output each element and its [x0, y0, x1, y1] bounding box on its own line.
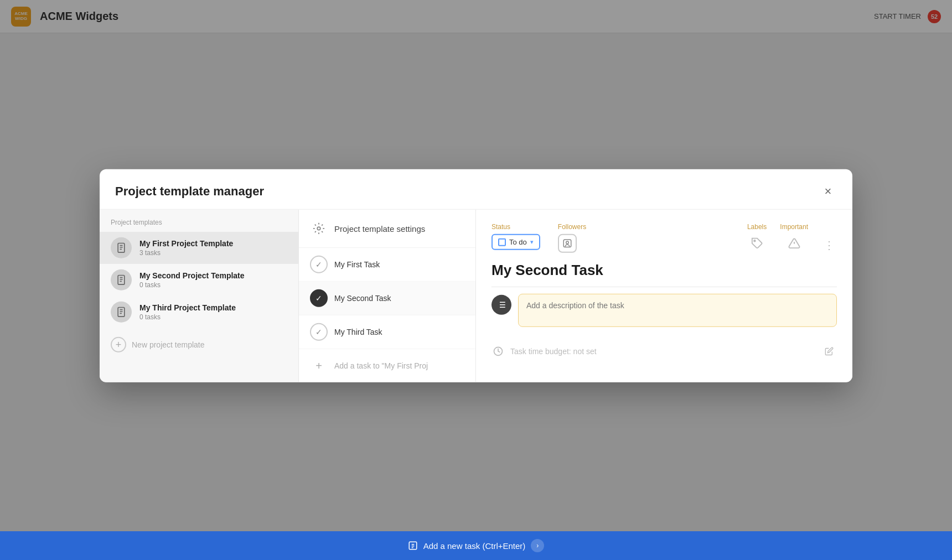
time-budget-label: Task time budget: not set [510, 347, 597, 356]
status-button[interactable]: To do ▾ [491, 234, 540, 250]
labels-label: Labels [747, 223, 767, 231]
status-square-icon [498, 238, 506, 246]
important-group: Important [780, 223, 808, 253]
important-label: Important [780, 223, 808, 231]
task-checkbox-2[interactable] [310, 289, 328, 307]
task-row-1[interactable]: My First Task [299, 248, 475, 282]
settings-label: Project template settings [334, 224, 425, 233]
detail-meta-row: Status To do ▾ Followers [491, 223, 837, 253]
task-checkbox-3[interactable] [310, 323, 328, 341]
labels-icon[interactable] [748, 234, 767, 253]
template-name-2: My Second Project Template [139, 271, 245, 280]
detail-column: Status To do ▾ Followers [476, 210, 852, 382]
status-group: Status To do ▾ [491, 223, 540, 250]
add-task-bar-icon [408, 541, 418, 551]
task-name-3: My Third Task [334, 328, 382, 336]
modal: Project template manager × Project templ… [100, 169, 852, 382]
task-checkbox-1[interactable] [310, 256, 328, 273]
template-item[interactable]: My First Project Template 3 tasks [100, 232, 298, 264]
status-value: To do [509, 238, 527, 246]
section-title: Project templates [100, 219, 298, 232]
status-label: Status [491, 223, 540, 231]
template-item-3[interactable]: My Third Project Template 0 tasks [100, 296, 298, 328]
chevron-right-icon: › [531, 539, 544, 552]
svg-point-12 [317, 227, 320, 230]
add-task-plus-icon: + [310, 357, 328, 375]
svg-point-15 [754, 240, 756, 242]
meta-right: Labels Important [747, 223, 837, 253]
important-icon[interactable] [785, 234, 804, 253]
template-name-1: My First Project Template [139, 239, 233, 248]
description-area [491, 294, 837, 327]
status-dropdown-icon: ▾ [530, 238, 534, 246]
task-row-2[interactable]: My Second Task [299, 282, 475, 315]
modal-title: Project template manager [115, 184, 264, 199]
new-template-label: New project template [132, 340, 205, 349]
template-count-3: 0 tasks [139, 313, 236, 321]
task-name-1: My First Task [334, 260, 380, 269]
time-budget-row: Task time budget: not set [491, 338, 837, 365]
task-row-3[interactable]: My Third Task [299, 315, 475, 349]
svg-point-14 [566, 241, 569, 244]
labels-group: Labels [747, 223, 767, 253]
modal-overlay: Project template manager × Project templ… [0, 0, 952, 560]
template-count-1: 3 tasks [139, 249, 233, 257]
add-task-row[interactable]: + Add a task to "My First Proj [299, 349, 475, 382]
modal-body: Project templates My First Project Templ… [100, 209, 852, 382]
edit-time-budget-button[interactable] [821, 344, 837, 359]
time-budget-icon [491, 345, 505, 358]
description-icon [491, 295, 511, 315]
template-count-2: 0 tasks [139, 281, 245, 289]
add-task-label: Add a task to "My First Proj [334, 361, 428, 370]
template-icon-3 [111, 302, 132, 323]
add-task-bar-label: Add a new task (Ctrl+Enter) [423, 541, 526, 551]
task-detail-title: My Second Task [491, 262, 837, 287]
add-task-bar[interactable]: Add a new task (Ctrl+Enter) › [0, 531, 952, 560]
new-template-button[interactable]: + New project template [100, 330, 298, 359]
template-icon-1 [111, 237, 132, 258]
tasks-column: Project template settings My First Task … [299, 210, 476, 382]
followers-icon[interactable] [558, 234, 577, 253]
task-name-2: My Second Task [334, 294, 391, 303]
followers-label: Followers [558, 223, 602, 231]
settings-icon [310, 220, 328, 237]
more-options-button[interactable]: ⋮ [821, 237, 837, 253]
template-icon-2 [111, 269, 132, 291]
template-name-3: My Third Project Template [139, 303, 236, 312]
followers-group: Followers [558, 223, 602, 253]
templates-column: Project templates My First Project Templ… [100, 210, 299, 382]
template-item-2[interactable]: My Second Project Template 0 tasks [100, 264, 298, 296]
description-input[interactable] [518, 294, 837, 327]
close-button[interactable]: × [819, 183, 837, 200]
modal-header: Project template manager × [100, 169, 852, 209]
settings-row[interactable]: Project template settings [299, 210, 475, 248]
plus-icon: + [111, 337, 126, 352]
